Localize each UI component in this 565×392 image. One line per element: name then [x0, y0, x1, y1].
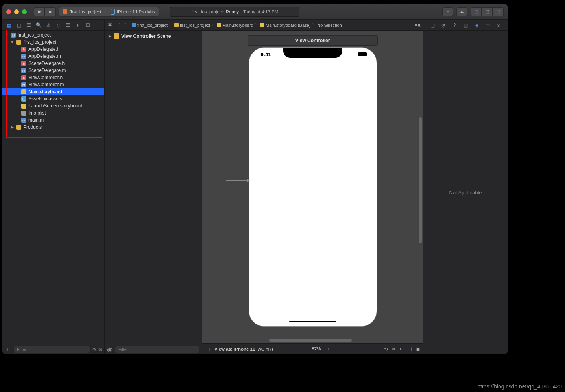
file-row[interactable]: mAppDelegate.m — [2, 53, 104, 60]
plist-file-icon — [21, 111, 26, 116]
scm-filter-icon[interactable]: ☒ — [98, 347, 102, 351]
header-file-icon: h — [21, 47, 26, 52]
impl-file-icon: m — [21, 54, 26, 59]
scene-title-bar[interactable]: View Controller — [248, 35, 378, 46]
scheme-device-label: iPhone 11 Pro Max — [117, 9, 156, 14]
zoom-window-button[interactable] — [22, 9, 27, 14]
zoom-level[interactable]: 87% — [312, 346, 321, 351]
project-navigator-tab[interactable]: ▤ — [5, 21, 13, 29]
add-editor-icon[interactable]: ⊞ — [418, 22, 421, 28]
tree-products-group[interactable]: ▶Products — [2, 124, 104, 131]
add-constraints-icon[interactable]: ⊦⊣ — [405, 346, 412, 352]
toggle-right-panel-button[interactable]: ⬚ — [493, 7, 504, 16]
impl-file-icon: m — [21, 68, 26, 73]
toggle-left-panel-button[interactable]: ⬚ — [471, 7, 482, 16]
tree-group[interactable]: ▼first_ios_project — [2, 39, 104, 46]
file-row[interactable]: hSceneDelegate.h — [2, 60, 104, 67]
embed-in-icon[interactable]: ⧈ — [392, 346, 395, 352]
statusbar-time: 9:41 — [261, 52, 271, 57]
resolve-constraints-icon[interactable]: ▣ — [415, 346, 420, 352]
symbol-navigator-tab[interactable]: ☰ — [24, 21, 33, 29]
report-navigator-tab[interactable]: ☐ — [83, 21, 92, 29]
outline-filter-input[interactable] — [115, 346, 199, 353]
run-button[interactable]: ▶ — [34, 7, 45, 16]
stop-button[interactable]: ■ — [45, 7, 56, 16]
status-project: first_ios_project: — [191, 9, 224, 14]
file-row[interactable]: mSceneDelegate.m — [2, 67, 104, 74]
window-controls — [6, 9, 27, 14]
file-row[interactable]: LaunchScreen.storyboard — [2, 102, 104, 109]
storyboard-file-icon — [21, 104, 26, 109]
history-inspector-tab[interactable]: ◔ — [439, 22, 447, 29]
initial-vc-arrow-icon[interactable] — [226, 180, 249, 181]
library-button[interactable]: ＋ — [442, 7, 453, 16]
recent-filter-icon[interactable]: ◔ — [92, 347, 96, 351]
forward-button[interactable]: 〉 — [123, 22, 130, 28]
file-row[interactable]: hViewController.h — [2, 74, 104, 81]
status-state: Ready — [226, 9, 239, 14]
adjust-editor-options-icon[interactable]: ≡ — [415, 23, 417, 28]
notch — [283, 48, 342, 58]
add-button[interactable]: ＋ — [5, 345, 11, 353]
jump-bar-item[interactable]: No Selection — [316, 23, 342, 28]
jump-bar-item[interactable]: Main.storyboard (Base) — [259, 23, 311, 28]
back-button[interactable]: 〈 — [114, 22, 122, 28]
canvas-footer: ▢ View as: iPhone 11 (wC hR) − 87% ＋ ⟲ ⧈… — [202, 343, 423, 354]
project-tree: ▼☐first_ios_project ▼first_ios_project h… — [2, 31, 104, 344]
titlebar: ▶ ■ first_ios_project 〉 iPhone 11 Pro Ma… — [2, 4, 508, 20]
jump-bar-item[interactable]: first_ios_project — [174, 23, 211, 28]
close-window-button[interactable] — [6, 9, 11, 14]
scheme-target-label: first_ios_project — [70, 9, 102, 14]
attributes-inspector-tab[interactable]: ◈ — [473, 22, 480, 29]
outline-filter-icon[interactable]: ◉ — [107, 346, 113, 353]
device-icon — [111, 9, 115, 15]
file-row[interactable]: Info.plist — [2, 109, 104, 116]
jump-bar-item[interactable]: Main.storyboard — [216, 23, 254, 28]
file-inspector-tab[interactable]: ▢ — [428, 22, 436, 29]
jump-bar-item[interactable]: first_ios_project — [131, 23, 168, 28]
toggle-bottom-panel-button[interactable]: ⬚ — [482, 7, 493, 16]
vertical-scrollbar[interactable] — [419, 117, 422, 243]
home-indicator — [289, 321, 336, 322]
project-icon: ☐ — [11, 33, 16, 38]
status-time: Today at 4:17 PM — [243, 9, 279, 14]
interface-builder-canvas[interactable]: View Controller 9:41 — [202, 31, 423, 343]
file-row[interactable]: hAppDelegate.h — [2, 46, 104, 53]
folder-icon — [16, 125, 21, 130]
breakpoint-navigator-tab[interactable]: ⏵ — [74, 21, 82, 29]
related-items-icon[interactable]: ⌘ — [106, 22, 114, 28]
activity-status: first_ios_project: Ready | Today at 4:17… — [170, 7, 299, 17]
header-file-icon: h — [21, 61, 26, 66]
view-as-label[interactable]: View as: iPhone 11 (wC hR) — [214, 347, 273, 351]
toggle-outline-icon[interactable]: ▢ — [205, 346, 210, 352]
file-row[interactable]: ▢Assets.xcassets — [2, 95, 104, 102]
find-navigator-tab[interactable]: 🔍 — [34, 21, 43, 29]
outline-scene-row[interactable]: ▶ View Controller Scene — [108, 32, 199, 40]
help-inspector-tab[interactable]: ? — [451, 22, 458, 29]
update-frames-icon[interactable]: ⟲ — [384, 346, 388, 352]
minimize-window-button[interactable] — [14, 9, 19, 14]
debug-navigator-tab[interactable]: ☲ — [64, 21, 72, 29]
test-navigator-tab[interactable]: ◇ — [54, 21, 63, 29]
zoom-out-button[interactable]: − — [300, 346, 310, 351]
size-inspector-tab[interactable]: ▭ — [484, 22, 491, 29]
identity-inspector-tab[interactable]: ▥ — [462, 22, 469, 29]
document-outline-panel: ▶ View Controller Scene ◉ — [105, 31, 202, 354]
scheme-selector[interactable]: first_ios_project 〉 iPhone 11 Pro Max — [59, 7, 159, 17]
align-icon[interactable]: ⫞ — [399, 346, 401, 352]
zoom-in-button[interactable]: ＋ — [322, 346, 335, 351]
code-review-button[interactable]: ⇄ — [456, 7, 467, 16]
connections-inspector-tab[interactable]: ⊝ — [495, 22, 502, 29]
navigator-filter-input[interactable] — [13, 346, 90, 353]
file-row[interactable]: mmain.m — [2, 116, 104, 124]
file-row[interactable]: mViewController.m — [2, 81, 104, 88]
impl-file-icon: m — [21, 118, 26, 123]
file-row-selected[interactable]: Main.storyboard — [2, 88, 104, 95]
issue-navigator-tab[interactable]: ⚠ — [44, 21, 53, 29]
device-preview[interactable]: 9:41 — [249, 47, 377, 327]
source-control-navigator-tab[interactable]: ◫ — [15, 21, 23, 29]
inspector-body: Not Applicable — [423, 31, 508, 354]
tree-root[interactable]: ▼☐first_ios_project — [2, 31, 104, 39]
horizontal-scrollbar[interactable] — [269, 339, 352, 342]
scene-icon — [114, 33, 119, 39]
